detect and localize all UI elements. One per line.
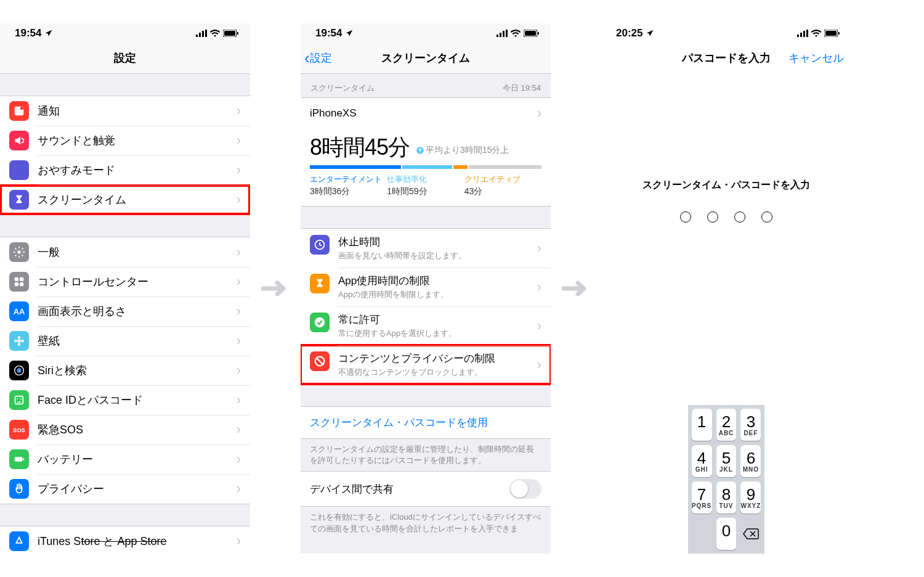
- back-button[interactable]: ‹ 設定: [304, 50, 332, 66]
- settings-row[interactable]: 通知›: [0, 96, 250, 126]
- row-label: Siriと検索: [38, 363, 237, 378]
- keypad-key-4[interactable]: 4GHI: [692, 445, 712, 477]
- device-row[interactable]: iPhoneXS›: [301, 98, 551, 129]
- passcode-dots: [680, 211, 772, 223]
- settings-row[interactable]: iTunes Store と App Store›: [0, 526, 250, 554]
- key-number: 3: [747, 414, 755, 430]
- settings-row[interactable]: コントロールセンター›: [0, 267, 250, 297]
- svg-rect-44: [825, 31, 837, 36]
- row-label: Face IDとパスコード: [38, 393, 237, 407]
- arrow-1: [250, 279, 301, 298]
- svg-point-18: [14, 340, 17, 343]
- svg-rect-31: [506, 30, 508, 37]
- chevron-right-icon: ›: [237, 451, 241, 467]
- option-subtitle: 不適切なコンテンツをブロックします。: [338, 367, 533, 378]
- settings-row[interactable]: おやすみモード›: [0, 155, 250, 185]
- hourglass-icon: [310, 274, 330, 293]
- usage-bar: [310, 165, 541, 169]
- wifi-icon: [210, 30, 220, 37]
- svg-rect-34: [538, 32, 539, 35]
- row-label: スクリーンタイム: [38, 192, 237, 207]
- svg-rect-1: [199, 33, 201, 37]
- option-title: App使用時間の制限: [338, 274, 533, 288]
- settings-row[interactable]: プライバシー›: [0, 474, 250, 504]
- svg-text:SOS: SOS: [13, 427, 25, 433]
- settings-row[interactable]: サウンドと触覚›: [0, 126, 250, 155]
- settings-row[interactable]: 一般›: [0, 237, 250, 267]
- svg-rect-26: [15, 457, 23, 461]
- option-row[interactable]: 常に許可常に使用するAppを選択します。›: [301, 306, 551, 345]
- svg-rect-41: [803, 31, 805, 37]
- svg-point-17: [18, 343, 21, 346]
- row-label: サウンドと触覚: [38, 133, 237, 148]
- passcode-prompt: スクリーンタイム・パスコードを入力: [642, 179, 810, 192]
- sos-icon: SOS: [9, 420, 29, 440]
- footer-text: スクリーンタイムの設定を厳重に管理したり、制限時間の延長を許可したりするにはパス…: [301, 439, 551, 471]
- numeric-keypad: 1 2ABC3DEF4GHI5JKL6MNO7PQRS8TUV9WXYZ0: [688, 405, 765, 554]
- option-subtitle: Appの使用時間を制限します。: [338, 289, 533, 300]
- option-row[interactable]: App使用時間の制限Appの使用時間を制限します。›: [301, 268, 551, 306]
- row-label: おやすみモード: [38, 163, 237, 178]
- keypad-key-5[interactable]: 5JKL: [716, 445, 737, 477]
- option-title: コンテンツとプライバシーの制限: [338, 351, 533, 366]
- backspace-icon: [742, 528, 760, 540]
- chevron-right-icon: ›: [537, 105, 541, 121]
- keypad-key-0[interactable]: 0: [716, 518, 737, 550]
- toggle-switch[interactable]: [509, 479, 541, 499]
- chevron-right-icon: ›: [237, 274, 241, 290]
- check-icon: [310, 313, 330, 332]
- svg-point-9: [17, 250, 21, 254]
- svg-point-19: [21, 340, 24, 343]
- settings-row[interactable]: AA画面表示と明るさ›: [0, 297, 250, 326]
- chevron-right-icon: ›: [237, 481, 241, 497]
- keypad-delete[interactable]: [740, 518, 761, 550]
- keypad-key-6[interactable]: 6MNO: [740, 445, 761, 477]
- passcode-screen: 20:25 パスコードを入力 キャンセル スクリーンタイム・パスコードを入力 1…: [601, 23, 851, 554]
- option-row[interactable]: 休止時間画面を見ない時間帯を設定します。›: [301, 229, 551, 268]
- option-row[interactable]: コンテンツとプライバシーの制限不適切なコンテンツをブロックします。›: [301, 345, 551, 384]
- svg-rect-27: [23, 458, 24, 460]
- keypad-key-1[interactable]: 1: [692, 409, 712, 441]
- chevron-right-icon: ›: [537, 357, 541, 373]
- svg-point-23: [17, 398, 18, 399]
- svg-rect-40: [800, 33, 802, 37]
- wifi-icon: [811, 30, 821, 37]
- settings-row[interactable]: SOS緊急SOS›: [0, 415, 250, 444]
- key-letters: JKL: [719, 466, 733, 473]
- location-icon: [646, 29, 654, 38]
- settings-row[interactable]: Face IDとパスコード›: [0, 385, 250, 415]
- siri-icon: [9, 361, 29, 380]
- keypad-key-3[interactable]: 3DEF: [740, 409, 761, 441]
- keypad-key-9[interactable]: 9WXYZ: [740, 481, 761, 514]
- cancel-button[interactable]: キャンセル: [788, 51, 844, 65]
- passcode-dot: [680, 211, 691, 223]
- battery-icon: [9, 449, 29, 469]
- svg-rect-10: [15, 277, 18, 281]
- svg-rect-13: [20, 282, 23, 286]
- settings-screen: 19:54 設定 通知›サウンドと触覚›おやすみモード›スクリーンタイム›一般›…: [0, 23, 250, 554]
- option-subtitle: 画面を見ない時間帯を設定します。: [338, 250, 533, 261]
- section-time: 今日 19:54: [503, 83, 541, 94]
- row-label: プライバシー: [38, 481, 237, 496]
- settings-row[interactable]: 壁紙›: [0, 326, 250, 356]
- settings-row[interactable]: バッテリー›: [0, 444, 250, 474]
- svg-rect-45: [838, 32, 840, 35]
- svg-rect-11: [20, 277, 23, 281]
- settings-row[interactable]: Siriと検索›: [0, 356, 250, 385]
- row-label: 緊急SOS: [38, 422, 237, 437]
- appstore-icon: [9, 531, 29, 551]
- chevron-right-icon: ›: [537, 279, 541, 295]
- moon-icon: [9, 160, 29, 180]
- category: 仕事効率化1時間59分: [387, 174, 464, 197]
- keypad-key-7[interactable]: 7PQRS: [692, 481, 712, 514]
- chevron-right-icon: ›: [237, 333, 241, 349]
- chevron-right-icon: ›: [237, 244, 241, 260]
- share-across-devices-row[interactable]: デバイス間で共有: [301, 471, 551, 507]
- svg-rect-33: [525, 31, 536, 36]
- keypad-key-2[interactable]: 2ABC: [716, 409, 737, 441]
- key-number: 9: [747, 486, 755, 502]
- passcode-dot: [734, 211, 745, 223]
- settings-row[interactable]: スクリーンタイム›: [0, 185, 250, 215]
- keypad-key-8[interactable]: 8TUV: [716, 481, 737, 514]
- use-passcode-link[interactable]: スクリーンタイム・パスコードを使用: [301, 406, 551, 439]
